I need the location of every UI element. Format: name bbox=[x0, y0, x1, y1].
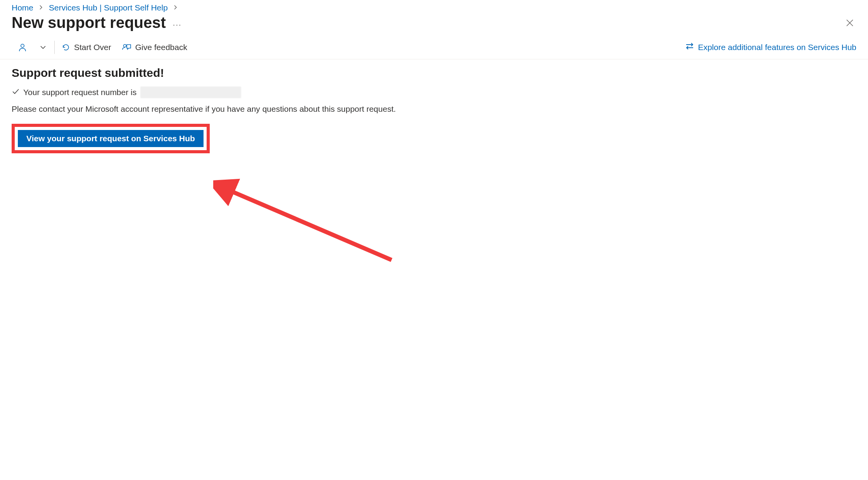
svg-line-2 bbox=[229, 190, 392, 260]
feedback-icon bbox=[122, 43, 131, 52]
chevron-down-icon bbox=[40, 44, 47, 51]
refresh-icon bbox=[62, 43, 70, 52]
view-support-request-button[interactable]: View your support request on Services Hu… bbox=[18, 130, 204, 147]
profile-dropdown[interactable] bbox=[33, 35, 53, 59]
title-row: New support request ··· bbox=[0, 12, 868, 35]
svg-point-1 bbox=[123, 44, 126, 47]
breadcrumb: Home Services Hub | Support Self Help bbox=[0, 0, 868, 12]
explore-features-link[interactable]: Explore additional features on Services … bbox=[685, 42, 856, 52]
user-profile-button[interactable] bbox=[12, 35, 33, 59]
give-feedback-button[interactable]: Give feedback bbox=[117, 35, 193, 59]
give-feedback-label: Give feedback bbox=[135, 43, 187, 52]
close-icon[interactable] bbox=[843, 16, 856, 29]
breadcrumb-services-hub[interactable]: Services Hub | Support Self Help bbox=[49, 3, 168, 12]
annotation-highlight: View your support request on Services Hu… bbox=[12, 124, 210, 153]
chevron-right-icon bbox=[173, 4, 178, 11]
confirmation-text: Your support request number is bbox=[23, 88, 136, 97]
confirmation-line: Your support request number is bbox=[12, 87, 856, 98]
submitted-heading: Support request submitted! bbox=[12, 66, 856, 80]
checkmark-icon bbox=[12, 88, 19, 97]
more-options-icon[interactable]: ··· bbox=[173, 16, 182, 29]
chevron-right-icon bbox=[39, 4, 43, 11]
breadcrumb-home[interactable]: Home bbox=[12, 3, 33, 12]
content-area: Support request submitted! Your support … bbox=[0, 59, 868, 160]
start-over-label: Start Over bbox=[74, 43, 111, 52]
person-icon bbox=[18, 43, 27, 52]
swap-icon bbox=[685, 42, 694, 52]
explore-features-label: Explore additional features on Services … bbox=[698, 43, 856, 52]
help-text: Please contact your Microsoft account re… bbox=[12, 104, 856, 114]
annotation-arrow bbox=[213, 178, 407, 279]
svg-point-0 bbox=[21, 44, 24, 47]
request-number-redacted bbox=[140, 87, 241, 98]
command-bar: Start Over Give feedback Explore additio… bbox=[0, 35, 868, 59]
divider bbox=[54, 41, 55, 54]
start-over-button[interactable]: Start Over bbox=[56, 35, 117, 59]
page-title: New support request bbox=[12, 14, 166, 31]
